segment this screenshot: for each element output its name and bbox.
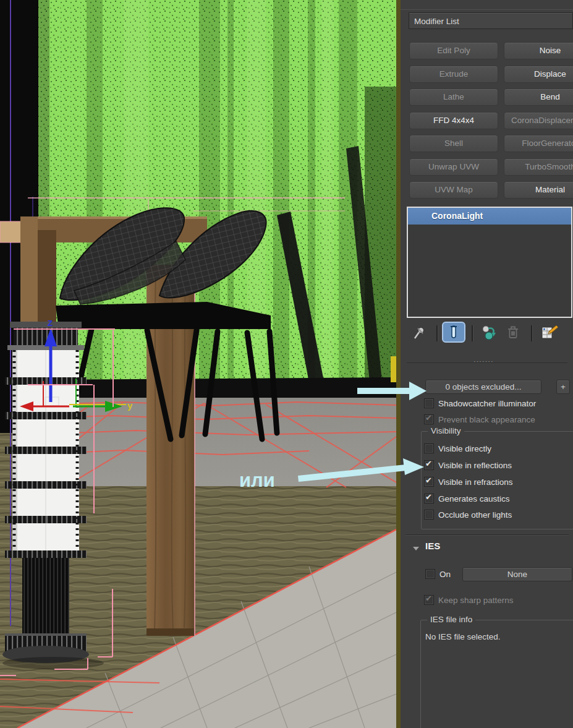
visible-directly-checkbox[interactable]	[424, 443, 434, 453]
option-visible-directly: Visible directly	[424, 443, 491, 454]
screenshot-root: Z y Modifier List Edit Poly Noise Extrud…	[0, 0, 573, 728]
prevent-black-appearance-checkbox[interactable]	[424, 414, 434, 424]
viewport-3d[interactable]: Z y	[0, 0, 396, 728]
remove-modifier-icon[interactable]	[505, 324, 521, 341]
occlude-other-lights-checkbox[interactable]	[424, 510, 434, 520]
modifier-button-extrude[interactable]: Extrude	[409, 66, 498, 83]
stack-item-coronalight[interactable]: CoronaLight	[408, 208, 571, 225]
ies-file-info-message: No IES file selected.	[425, 632, 501, 641]
option-visible-in-refractions: Visible in refractions	[424, 476, 513, 487]
splitter-grip[interactable]	[473, 358, 494, 365]
toolbar-separator	[531, 325, 533, 341]
visible-in-reflections-checkbox[interactable]	[424, 460, 434, 470]
option-occlude-other-lights: Occlude other lights	[424, 509, 512, 520]
command-panel: Modifier List Edit Poly Noise Extrude Di…	[401, 0, 573, 728]
visible-in-refractions-checkbox[interactable]	[424, 477, 434, 487]
modifier-list-dropdown[interactable]: Modifier List	[409, 12, 573, 29]
make-unique-icon[interactable]	[480, 324, 499, 341]
modifier-button-corona-displacement[interactable]: CoronaDisplacement	[504, 112, 573, 129]
visibility-group-title: Visibility	[428, 426, 464, 435]
gizmo-z-label: Z	[48, 319, 53, 328]
yellow-edge-object	[391, 356, 396, 382]
modifier-button-shell[interactable]: Shell	[409, 135, 498, 152]
ies-rollout-title[interactable]: IES	[425, 541, 440, 551]
toolbar-separator	[472, 325, 473, 341]
ies-on-checkbox[interactable]	[425, 569, 435, 579]
show-end-result-icon[interactable]	[442, 322, 465, 343]
ies-file-info-title: IES file info	[427, 615, 475, 624]
rollout-collapse-arrow-icon[interactable]	[413, 547, 419, 550]
keep-sharp-patterns-checkbox[interactable]	[424, 595, 434, 605]
option-visible-in-reflections: Visible in reflections	[424, 460, 512, 471]
modifier-button-noise[interactable]: Noise	[504, 42, 573, 59]
toolbar-separator	[436, 325, 438, 341]
exclude-objects-button[interactable]: 0 objects excluded...	[425, 380, 541, 394]
gizmo-y-label: y	[127, 400, 133, 411]
modifier-button-lathe[interactable]: Lathe	[409, 88, 498, 106]
add-exclude-button[interactable]: +	[556, 380, 570, 394]
ies-file-none-button[interactable]: None	[462, 567, 572, 581]
option-ies-on: On	[425, 568, 451, 580]
rollout-divider	[405, 534, 569, 536]
modifier-button-floorgenerator[interactable]: FloorGenerator	[504, 135, 573, 152]
modifier-button-bend[interactable]: Bend	[504, 88, 573, 106]
modifier-button-ffd-4x4x4[interactable]: FFD 4x4x4	[409, 112, 498, 129]
option-prevent-black-appearance: Prevent black appearance	[424, 414, 535, 425]
modifier-button-displace[interactable]: Displace	[504, 66, 573, 83]
panel-divider	[401, 9, 573, 10]
option-shadowcatcher-illuminator: Shadowcatcher illuminator	[424, 398, 536, 409]
modifier-button-unwrap-uvw[interactable]: Unwrap UVW	[409, 158, 498, 176]
option-keep-sharp-patterns: Keep sharp patterns	[424, 594, 514, 606]
generates-caustics-checkbox[interactable]	[424, 494, 434, 503]
modifier-button-turbosmooth[interactable]: TurboSmooth	[504, 158, 573, 176]
viewport-scene[interactable]: Z y	[0, 0, 396, 728]
modifier-button-material[interactable]: Material	[504, 181, 573, 199]
shadowcatcher-illuminator-checkbox[interactable]	[424, 398, 434, 408]
option-generates-caustics: Generates caustics	[424, 493, 510, 504]
configure-modifier-sets-icon[interactable]	[540, 324, 559, 341]
modifier-stack-list[interactable]: CoronaLight	[407, 207, 572, 318]
pin-stack-icon[interactable]	[412, 324, 427, 341]
modifier-button-uvw-map[interactable]: UVW Map	[409, 181, 498, 199]
modifier-button-edit-poly[interactable]: Edit Poly	[409, 42, 498, 59]
